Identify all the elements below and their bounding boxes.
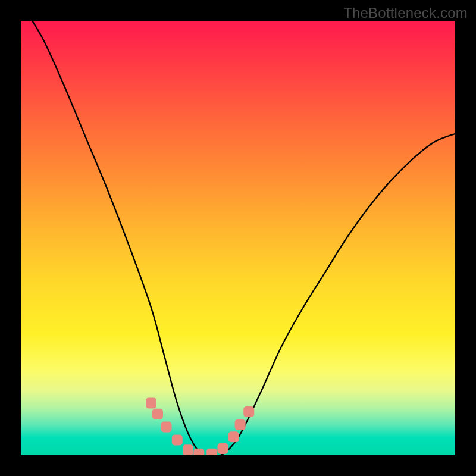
curve-marker — [183, 444, 193, 455]
curve-marker — [206, 449, 217, 455]
curve-marker — [161, 422, 172, 433]
watermark-text: TheBottleneck.com — [343, 5, 468, 21]
curve-marker — [193, 449, 204, 455]
curve-path — [21, 21, 455, 455]
chart-frame: TheBottleneck.com — [0, 0, 476, 476]
curve-marker — [243, 406, 254, 417]
curve-marker — [152, 409, 163, 419]
curve-marker — [217, 443, 228, 454]
curve-marker — [235, 419, 246, 430]
curve-marker — [228, 431, 239, 442]
curve-marker — [146, 397, 156, 408]
curve-marker — [172, 434, 183, 445]
plot-area — [21, 21, 455, 455]
bottleneck-curve — [21, 21, 455, 455]
marker-group — [146, 397, 254, 455]
curve-path-group — [21, 21, 455, 455]
